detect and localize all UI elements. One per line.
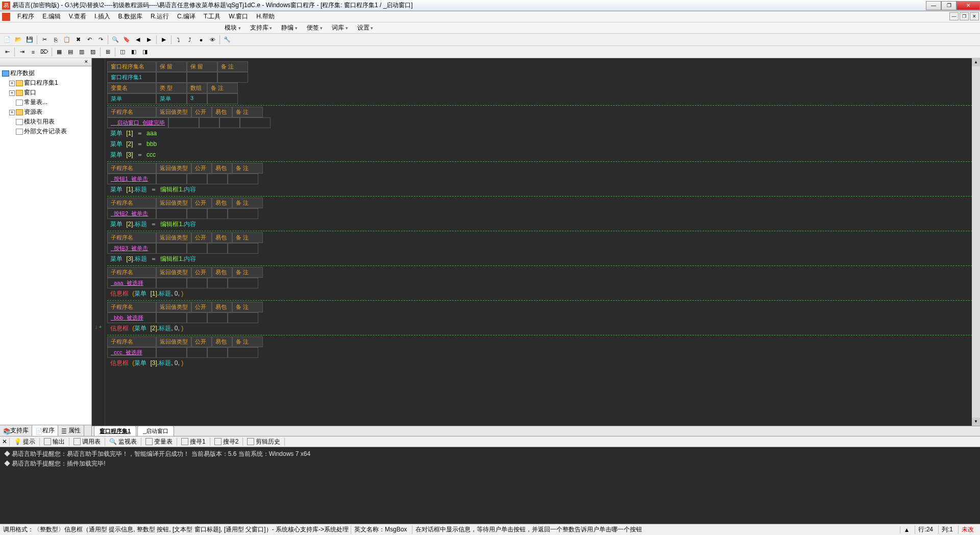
code-line[interactable]: 菜单 [3].标题 ＝ 编辑框1.内容	[107, 254, 980, 264]
format2-icon[interactable]: ▤	[65, 47, 76, 57]
cut-icon[interactable]: ✂	[39, 35, 50, 45]
code-line[interactable]: 菜单 [2].标题 ＝ 编辑框1.内容	[107, 219, 980, 230]
code-line[interactable]: 菜单 [2] ＝ bbb	[107, 139, 980, 150]
config-bookmark[interactable]: 便签	[307, 23, 323, 32]
sidetab-program[interactable]: 📄程序	[32, 425, 58, 436]
paste-icon[interactable]: 📋	[62, 35, 72, 45]
menu-run[interactable]: R.运行	[146, 11, 173, 22]
align2-icon[interactable]: ◧	[129, 47, 139, 57]
menu-insert[interactable]: I.插入	[90, 11, 114, 22]
menu-help[interactable]: H.帮助	[252, 11, 279, 22]
var-name[interactable]: 菜单	[107, 93, 156, 104]
delete-icon[interactable]: ✖	[73, 35, 83, 45]
tree-item[interactable]: 常量表...	[2, 98, 89, 107]
align3-icon[interactable]: ◨	[140, 47, 150, 57]
code-line[interactable]: 信息框 (菜单 [1].标题, 0, )	[107, 288, 980, 299]
menu-database[interactable]: B.数据库	[114, 11, 146, 22]
find-icon[interactable]: 🔍	[110, 35, 120, 45]
menu-tools[interactable]: T.工具	[200, 11, 225, 22]
sub-name-3[interactable]: _按钮2_被单击	[107, 208, 156, 219]
sidebar-close-icon[interactable]: ✕	[84, 59, 90, 65]
assembly-name[interactable]: 窗口程序集1	[107, 72, 156, 83]
tree-item[interactable]: 外部文件记录表	[2, 127, 89, 136]
tree-item[interactable]: +窗口	[2, 88, 89, 98]
close-bottom-icon[interactable]: ✕	[2, 438, 7, 445]
align1-icon[interactable]: ◫	[117, 47, 128, 57]
code-line[interactable]: 信息框 (菜单 [3].标题, 0, )	[107, 358, 980, 369]
format-icon[interactable]: ▦	[54, 47, 64, 57]
tool-icon[interactable]: 🔧	[222, 35, 232, 45]
menu-compile[interactable]: C.编译	[173, 11, 200, 22]
step-over-icon[interactable]: ⤵	[174, 35, 184, 45]
mdi-close-button[interactable]: ✕	[970, 12, 979, 20]
menu-edit[interactable]: E.编辑	[38, 11, 64, 22]
maximize-button[interactable]: ❐	[941, 1, 957, 10]
config-dict[interactable]: 词库	[332, 23, 348, 32]
mdi-minimize-button[interactable]: —	[949, 12, 959, 20]
format4-icon[interactable]: ▨	[88, 47, 98, 57]
btab-output[interactable]: 输出	[42, 436, 67, 447]
next-bookmark-icon[interactable]: ▶	[144, 35, 154, 45]
watch-icon[interactable]: 👁	[207, 35, 217, 45]
config-static[interactable]: 静编	[281, 23, 298, 32]
config-module[interactable]: 模块	[225, 23, 241, 32]
sub-name-7[interactable]: _ccc_被选择	[107, 347, 156, 358]
btab-find1[interactable]: 搜寻1	[179, 436, 208, 447]
sidetab-support[interactable]: 📚支持库	[0, 425, 32, 436]
btab-calltable[interactable]: 调用表	[71, 436, 103, 447]
config-support[interactable]: 支持库	[250, 23, 273, 32]
comment-icon[interactable]: ≡	[28, 47, 38, 57]
format3-icon[interactable]: ▥	[77, 47, 87, 57]
prev-bookmark-icon[interactable]: ◀	[133, 35, 143, 45]
btab-watch[interactable]: 🔍监视表	[107, 436, 139, 447]
code-line[interactable]: 菜单 [1] ＝ aaa	[107, 128, 980, 139]
menu-view[interactable]: V.查看	[65, 11, 90, 22]
tree-item[interactable]: 模块引用表	[2, 117, 89, 127]
code-editor[interactable]: 窗口程序集名 保 留 保 留 备 注 窗口程序集1 变量名 类 型 数组 备 注	[92, 58, 980, 426]
vertical-scrollbar[interactable]	[972, 58, 980, 426]
indent-icon[interactable]: ⇥	[17, 47, 27, 57]
breakpoint-icon[interactable]: ●	[196, 35, 206, 45]
outdent-icon[interactable]: ⇤	[2, 47, 12, 57]
var-array[interactable]: 3	[187, 93, 207, 104]
var-type[interactable]: 菜单	[156, 93, 187, 104]
close-button[interactable]: ✕	[957, 1, 980, 10]
code-line[interactable]: 菜单 [1].标题 ＝ 编辑框1.内容	[107, 184, 980, 195]
save-icon[interactable]: 💾	[24, 35, 35, 45]
menu-program[interactable]: F.程序	[13, 11, 38, 22]
sub-name-2[interactable]: _按钮1_被单击	[107, 174, 156, 184]
btab-find2[interactable]: 搜寻2	[212, 436, 241, 447]
sub-name-4[interactable]: _按钮3_被单击	[107, 243, 156, 254]
code-line[interactable]: 菜单 [3] ＝ ccc	[107, 150, 980, 160]
config-settings[interactable]: 设置	[357, 23, 374, 32]
tree-root[interactable]: 程序数据	[2, 68, 89, 78]
editor-tab-assembly[interactable]: 窗口程序集1	[94, 426, 136, 436]
btab-hint[interactable]: 💡提示	[12, 436, 37, 447]
tree-item[interactable]: +窗口程序集1	[2, 78, 89, 88]
status-icon-marker: ▲	[900, 526, 913, 533]
sub-name-1[interactable]: __启动窗口_创建完毕	[107, 117, 168, 128]
new-icon[interactable]: 📄	[2, 35, 12, 45]
copy-icon[interactable]: ⎘	[51, 35, 61, 45]
code-line[interactable]: 信息框 (菜单 [2].标题, 0, )	[107, 323, 980, 334]
sidetab-props[interactable]: ☰属性	[58, 425, 84, 436]
menu-window[interactable]: W.窗口	[225, 11, 252, 22]
btab-vartable[interactable]: 变量表	[143, 436, 175, 447]
editor-tab-window[interactable]: _启动窗口	[137, 426, 174, 436]
sub-name-5[interactable]: _aaa_被选择	[107, 278, 156, 288]
minimize-button[interactable]: —	[926, 1, 941, 10]
sub-name-6[interactable]: _bbb_被选择	[107, 312, 156, 323]
btab-cliphist[interactable]: 剪辑历史	[245, 436, 282, 447]
bookmark-icon[interactable]: 🔖	[121, 35, 132, 45]
redo-icon[interactable]: ↷	[95, 35, 106, 45]
open-icon[interactable]: 📂	[13, 35, 23, 45]
project-tree[interactable]: 程序数据 +窗口程序集1 +窗口 常量表... +资源表 模块引用表 外部文件记…	[0, 66, 91, 425]
tree-item[interactable]: +资源表	[2, 107, 89, 117]
run-icon[interactable]: ▶	[159, 35, 169, 45]
step-into-icon[interactable]: ⤴	[185, 35, 195, 45]
grid-icon[interactable]: ⊞	[103, 47, 113, 57]
uncomment-icon[interactable]: ⌦	[39, 47, 50, 57]
output-console[interactable]: ◆ 易语言助手提醒您：易语言助手加载完毕！，智能编译开启成功！ 当前易版本：5.…	[0, 447, 980, 524]
undo-icon[interactable]: ↶	[84, 35, 94, 45]
mdi-restore-button[interactable]: ❐	[960, 12, 969, 20]
